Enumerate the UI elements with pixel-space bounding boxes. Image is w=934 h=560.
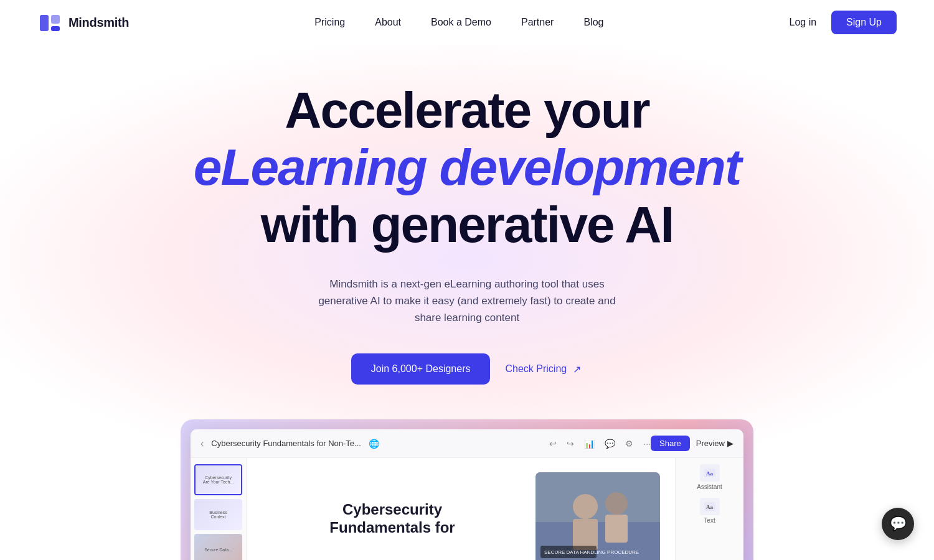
join-button[interactable]: Join 6,000+ Designers	[351, 353, 491, 385]
comment-icon[interactable]: 💬	[605, 439, 615, 449]
brand-name: Mindsmith	[68, 16, 129, 30]
undo-icon[interactable]: ↩	[549, 439, 557, 449]
hero-section: Accelerate your eLearning development wi…	[0, 45, 934, 560]
slide-thumb-2[interactable]: BusinessContext	[194, 499, 242, 530]
navbar: Mindsmith Pricing About Book a Demo Part…	[0, 0, 934, 45]
slide-thumb-1[interactable]: CybersecurityAre Your Tech...	[194, 464, 242, 495]
chat-icon: 💬	[890, 516, 907, 532]
hero-title-line3: with generative AI	[0, 197, 934, 253]
preview-label: Preview	[696, 439, 725, 448]
slide-content: Cybersecurity Fundamentals for	[247, 458, 675, 560]
app-toolbar: ‹ Cybersecurity Fundamentals for Non-Te.…	[191, 429, 743, 458]
svg-rect-0	[40, 15, 49, 31]
more-icon[interactable]: ···	[643, 439, 651, 449]
assistant-icon: Aa	[700, 464, 720, 482]
svg-point-7	[605, 492, 628, 515]
svg-text:SECURE DATA HANDLING PROCEDURE: SECURE DATA HANDLING PROCEDURE	[544, 549, 639, 555]
share-button[interactable]: Share	[651, 436, 690, 451]
slides-sidebar: CybersecurityAre Your Tech... BusinessCo…	[191, 458, 247, 560]
nav-partner[interactable]: Partner	[521, 17, 554, 27]
nav-links: Pricing About Book a Demo Partner Blog	[314, 17, 603, 28]
settings-icon[interactable]: ⚙	[625, 439, 633, 449]
toolbar-title: Cybersecurity Fundamentals for Non-Te...	[211, 439, 361, 448]
slide-heading: Cybersecurity Fundamentals for	[262, 501, 523, 537]
back-icon[interactable]: ‹	[200, 438, 204, 449]
nav-actions: Log in Sign Up	[789, 11, 897, 34]
hero-actions: Join 6,000+ Designers Check Pricing ↗	[0, 353, 934, 385]
arrow-icon: ↗	[570, 363, 583, 375]
slide-thumb-3[interactable]: Secure Data...	[194, 534, 242, 560]
nav-pricing[interactable]: Pricing	[314, 17, 345, 27]
check-pricing-link[interactable]: Check Pricing ↗	[505, 363, 583, 375]
slide-image: SECURE DATA HANDLING PROCEDURE	[535, 472, 660, 560]
login-button[interactable]: Log in	[789, 17, 816, 28]
app-window: ‹ Cybersecurity Fundamentals for Non-Te.…	[191, 429, 743, 560]
svg-rect-2	[51, 26, 60, 31]
chat-button[interactable]: 💬	[882, 508, 914, 540]
toolbar-right: Share Preview ▶	[651, 436, 734, 451]
signup-button[interactable]: Sign Up	[831, 11, 897, 34]
text-icon: Aa	[700, 498, 720, 515]
app-right-panel: Aa Assistant Aa	[675, 458, 743, 560]
app-main: Cybersecurity Fundamentals for	[247, 458, 675, 560]
preview-button[interactable]: Preview ▶	[696, 439, 734, 448]
preview-play-icon: ▶	[727, 439, 734, 448]
hero-subtitle: Mindsmith is a next-gen eLearning author…	[305, 276, 629, 327]
globe-icon: 🌐	[369, 439, 379, 449]
svg-rect-8	[605, 515, 628, 543]
svg-rect-1	[51, 15, 60, 24]
assistant-label: Assistant	[697, 483, 722, 490]
hero-title-line2: eLearning development	[0, 138, 934, 197]
assistant-panel-item[interactable]: Aa Assistant	[681, 464, 738, 490]
redo-icon[interactable]: ↪	[567, 439, 574, 449]
text-panel-label: Text	[704, 517, 715, 524]
svg-point-5	[573, 494, 598, 519]
toolbar-left: ‹ Cybersecurity Fundamentals for Non-Te.…	[200, 438, 549, 449]
svg-text:Aa: Aa	[706, 504, 713, 510]
check-pricing-text: Check Pricing	[505, 363, 567, 375]
svg-rect-6	[573, 519, 598, 550]
slide-text-area: Cybersecurity Fundamentals for	[262, 501, 523, 537]
nav-blog[interactable]: Blog	[583, 17, 603, 27]
app-preview: ‹ Cybersecurity Fundamentals for Non-Te.…	[181, 419, 753, 560]
chart-icon[interactable]: 📊	[584, 439, 595, 449]
app-content: CybersecurityAre Your Tech... BusinessCo…	[191, 458, 743, 560]
slide-heading-line1: Cybersecurity	[342, 501, 442, 518]
toolbar-center: ↩ ↪ 📊 💬 ⚙ ···	[549, 439, 651, 449]
app-preview-bg: ‹ Cybersecurity Fundamentals for Non-Te.…	[181, 419, 753, 560]
nav-book-demo[interactable]: Book a Demo	[431, 17, 491, 27]
nav-about[interactable]: About	[375, 17, 401, 27]
text-panel-item[interactable]: Aa Text	[681, 498, 738, 524]
slide-heading-line2: Fundamentals for	[329, 519, 455, 536]
svg-text:Aa: Aa	[706, 470, 713, 477]
hero-title-line1: Accelerate your	[0, 82, 934, 138]
logo[interactable]: Mindsmith	[37, 10, 129, 35]
hero-content: Accelerate your eLearning development wi…	[0, 82, 934, 385]
